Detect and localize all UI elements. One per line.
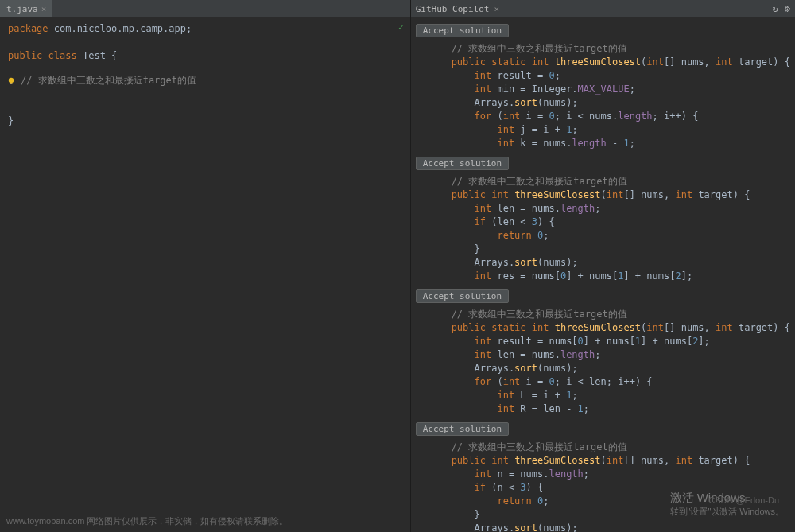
solution-code: // 求数组中三数之和最接近target的值 public int threeS…: [416, 437, 790, 532]
solution-block: Accept solution // 求数组中三数之和最接近target的值 p…: [416, 22, 790, 153]
code-line: Arrays.sort(nums);: [429, 256, 790, 270]
solutions-container[interactable]: Accept solution // 求数组中三数之和最接近target的值 p…: [411, 17, 795, 532]
editor-tab[interactable]: t.java ×: [0, 0, 52, 17]
accept-solution-button[interactable]: Accept solution: [416, 24, 509, 37]
code-line: // 求数组中三数之和最接近target的值: [429, 308, 790, 321]
solution-code: // 求数组中三数之和最接近target的值 public static int…: [416, 39, 790, 153]
code-line: public static int threeSumClosest(int[] …: [429, 56, 790, 69]
svg-rect-1: [10, 83, 13, 84]
code-line: for (int i = 0; i < len; i++) {: [429, 375, 790, 389]
close-icon[interactable]: ×: [41, 4, 47, 14]
code-line: return 0;: [429, 495, 790, 508]
code-line: Arrays.sort(nums);: [429, 96, 790, 110]
copilot-title: GitHub Copilot: [416, 4, 490, 14]
code-line: // 求数组中三数之和最接近target的值: [429, 42, 790, 56]
solution-block: Accept solution // 求数组中三数之和最接近target的值 p…: [416, 288, 790, 419]
copilot-header: GitHub Copilot × ↻ ⚙: [411, 0, 795, 17]
close-brace: }: [8, 115, 402, 128]
public-keyword: public: [8, 50, 42, 61]
accept-solution-button[interactable]: Accept solution: [416, 289, 509, 303]
code-line: if (n < 3) {: [429, 481, 790, 495]
code-line: public int threeSumClosest(int[] nums, i…: [429, 188, 790, 202]
open-brace: {: [111, 50, 117, 61]
code-line: // 求数组中三数之和最接近target的值: [429, 175, 790, 188]
accept-solution-button[interactable]: Accept solution: [416, 422, 509, 436]
code-line: return 0;: [429, 229, 790, 243]
code-line: Arrays.sort(nums);: [429, 362, 790, 375]
class-name: Test: [83, 50, 106, 61]
code-line: int len = nums.length;: [429, 202, 790, 216]
tab-label: t.java: [6, 4, 38, 14]
code-line: int R = len - 1;: [429, 402, 790, 416]
code-line: int min = Integer.MAX_VALUE;: [429, 83, 790, 96]
code-line: int len = nums.length;: [429, 348, 790, 362]
code-line: public static int threeSumClosest(int[] …: [429, 321, 790, 335]
editor-tab-bar: t.java ×: [0, 0, 410, 17]
code-line: }: [429, 508, 790, 522]
refresh-icon[interactable]: ↻: [773, 3, 778, 14]
editor-panel: t.java × ✓ package com.niceloo.mp.camp.a…: [0, 0, 411, 532]
code-line: // 求数组中三数之和最接近target的值: [429, 441, 790, 454]
close-icon[interactable]: ×: [494, 4, 499, 14]
code-line: public int threeSumClosest(int[] nums, i…: [429, 454, 790, 468]
code-line: if (len < 3) {: [429, 216, 790, 229]
solution-code: // 求数组中三数之和最接近target的值 public int threeS…: [416, 172, 790, 286]
accept-solution-button[interactable]: Accept solution: [416, 157, 509, 170]
code-line: for (int i = 0; i < nums.length; i++) {: [429, 110, 790, 123]
code-line: int j = i + 1;: [429, 123, 790, 137]
package-name: com.niceloo.mp.camp.app: [54, 23, 186, 34]
code-line: int result = 0;: [429, 69, 790, 83]
editor-content[interactable]: ✓ package com.niceloo.mp.camp.app; publi…: [0, 17, 410, 532]
package-keyword: package: [8, 23, 48, 34]
code-line: int res = nums[0] + nums[1] + nums[2];: [429, 270, 790, 283]
code-line: int n = nums.length;: [429, 468, 790, 481]
solution-block: Accept solution // 求数组中三数之和最接近target的值 p…: [416, 155, 790, 286]
svg-point-0: [9, 77, 14, 82]
copilot-panel: GitHub Copilot × ↻ ⚙ Accept solution // …: [411, 0, 795, 532]
solution-block: Accept solution // 求数组中三数之和最接近target的值 p…: [416, 421, 790, 532]
solution-code: // 求数组中三数之和最接近target的值 public static int…: [416, 305, 790, 419]
check-icon: ✓: [398, 21, 404, 34]
code-line: Arrays.sort(nums);: [429, 522, 790, 532]
lightbulb-icon[interactable]: [6, 76, 16, 86]
gear-icon[interactable]: ⚙: [785, 3, 790, 14]
code-line: int result = nums[0] + nums[1] + nums[2]…: [429, 335, 790, 348]
class-keyword: class: [48, 50, 77, 61]
editor-comment: // 求数组中三数之和最接近target的值: [21, 74, 196, 87]
code-line: }: [429, 243, 790, 256]
code-line: int k = nums.length - 1;: [429, 137, 790, 150]
code-line: int L = i + 1;: [429, 389, 790, 402]
